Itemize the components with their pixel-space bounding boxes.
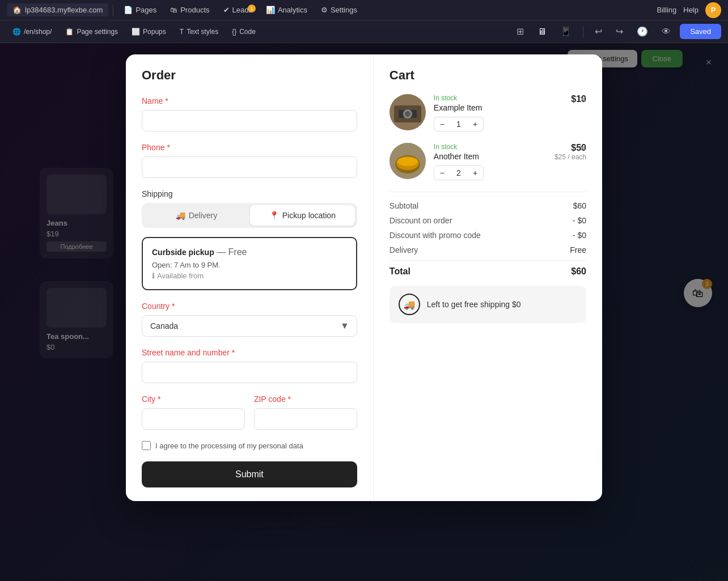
analytics-icon: 📊 <box>266 6 275 14</box>
delivery-tab[interactable]: 🚚 Delivery <box>144 205 249 226</box>
item2-qty-control: − 2 + <box>434 166 484 180</box>
free-shipping-banner: 🚚 Left to get free shipping $0 <box>390 286 586 323</box>
pickup-icon: 📍 <box>269 211 279 220</box>
nav-pages[interactable]: 📄 Pages <box>118 3 162 16</box>
city-input[interactable] <box>142 408 245 430</box>
street-input[interactable] <box>142 362 357 383</box>
item1-qty-value: 1 <box>450 117 467 131</box>
code-item[interactable]: {} Code <box>226 26 261 38</box>
undo-btn[interactable]: ↩ <box>590 24 607 39</box>
modal-overlay: × Order Name * Phone * <box>0 43 728 581</box>
delivery-value: Free <box>570 245 586 255</box>
consent-group: I agree to the processing of my personal… <box>142 441 357 450</box>
globe-icon: 🌐 <box>12 28 21 36</box>
total-value: $60 <box>571 266 586 277</box>
history-btn[interactable]: 🕐 <box>632 24 653 39</box>
item2-qty-increase[interactable]: + <box>467 166 483 180</box>
cart-panel: Cart In stock Example I <box>374 54 602 501</box>
discount-order-label: Discount on order <box>390 216 452 225</box>
pages-icon: 📄 <box>124 6 133 14</box>
leads-icon: ✔ <box>223 6 230 14</box>
billing-link[interactable]: Billing <box>657 6 677 14</box>
delivery-label: Delivery <box>390 245 418 255</box>
order-modal: × Order Name * Phone * <box>126 54 602 501</box>
nav-leads[interactable]: ✔ Leads 1 <box>218 3 258 16</box>
item1-qty-increase[interactable]: + <box>467 117 483 131</box>
nav-settings[interactable]: ⚙ Settings <box>315 3 363 16</box>
item2-image <box>390 143 426 179</box>
code-icon: {} <box>232 28 236 36</box>
second-nav-right: ⊞ 🖥 📱 ↩ ↪ 🕐 👁 Saved <box>512 24 721 39</box>
shipping-group: Shipping 🚚 Delivery 📍 Pickup location <box>142 189 357 290</box>
order-panel: Order Name * Phone * <box>126 54 374 501</box>
second-nav: 🌐 /en/shop/ 📋 Page settings ⬜ Popups T T… <box>0 20 728 43</box>
street-group: Street name and number * <box>142 348 357 383</box>
item2-stock: In stock <box>434 143 547 151</box>
text-styles-icon: T <box>180 28 184 36</box>
page-settings-item[interactable]: 📋 Page settings <box>60 26 124 38</box>
discount-promo-value: - $0 <box>573 231 586 240</box>
free-shipping-text: Left to get free shipping $0 <box>427 300 521 309</box>
consent-checkbox[interactable] <box>142 441 151 450</box>
pickup-available: ℹ Available from <box>152 272 347 280</box>
redo-btn[interactable]: ↪ <box>611 24 628 39</box>
cart-title: Cart <box>390 68 586 83</box>
name-group: Name * <box>142 96 357 132</box>
country-select[interactable]: Canada United States United Kingdom <box>142 315 357 337</box>
preview-btn[interactable]: 👁 <box>657 24 675 39</box>
summary-divider <box>390 260 586 261</box>
item2-remove-button[interactable]: ✕ <box>579 143 586 154</box>
item1-qty-decrease[interactable]: − <box>434 117 450 131</box>
modal-body: Order Name * Phone * <box>126 54 602 501</box>
item2-price-each: $25 / each <box>555 153 586 161</box>
subtotal-label: Subtotal <box>390 201 418 210</box>
city-label: City * <box>142 395 245 404</box>
phone-group: Phone * <box>142 143 357 178</box>
ship-icon-circle: 🚚 <box>399 294 420 315</box>
street-label: Street name and number * <box>142 348 357 357</box>
country-label: Country * <box>142 302 357 311</box>
nav-products[interactable]: 🛍 Products <box>164 3 215 16</box>
shipping-truck-icon: 🚚 <box>404 299 415 310</box>
site-url[interactable]: 🏠 lp384683.myflexbe.com <box>7 3 108 16</box>
help-link[interactable]: Help <box>683 6 699 14</box>
consent-label: I agree to the processing of my personal… <box>155 442 303 450</box>
mobile-view-btn[interactable]: 📱 <box>556 24 576 39</box>
user-avatar[interactable]: P <box>705 2 721 18</box>
cart-item-2: In stock Another Item − 2 + $50 $25 / ea… <box>390 143 586 180</box>
country-select-wrapper: Canada United States United Kingdom ▼ <box>142 315 357 337</box>
pickup-tab[interactable]: 📍 Pickup location <box>250 205 355 226</box>
svg-point-4 <box>405 111 410 117</box>
url-breadcrumb[interactable]: 🌐 /en/shop/ <box>7 26 57 38</box>
zip-label: ZIP code * <box>254 395 357 404</box>
nav-analytics[interactable]: 📊 Analytics <box>260 3 313 16</box>
products-icon: 🛍 <box>170 6 177 14</box>
popups-item[interactable]: ⬜ Popups <box>126 26 172 38</box>
phone-input[interactable] <box>142 156 357 178</box>
item2-qty-decrease[interactable]: − <box>434 166 450 180</box>
discount-order-row: Discount on order - $0 <box>390 216 586 225</box>
top-nav-right: Billing Help P <box>657 2 721 18</box>
order-title: Order <box>142 68 357 83</box>
name-input[interactable] <box>142 110 357 132</box>
city-group: City * <box>142 395 245 430</box>
zip-input[interactable] <box>254 408 357 430</box>
adjust-icon[interactable]: ⊞ <box>512 24 528 39</box>
phone-label: Phone * <box>142 143 357 152</box>
text-styles-item[interactable]: T Text styles <box>174 26 224 38</box>
desktop-view-btn[interactable]: 🖥 <box>533 24 551 39</box>
delivery-row: Delivery Free <box>390 245 586 255</box>
delivery-icon: 🚚 <box>176 211 185 220</box>
nav-separator <box>113 5 113 16</box>
cart-item-1: In stock Example Item − 1 + $10 ✕ <box>390 94 586 132</box>
item1-name: Example Item <box>434 103 563 112</box>
item1-remove-button[interactable]: ✕ <box>579 94 586 105</box>
total-label: Total <box>390 266 410 277</box>
item1-stock: In stock <box>434 94 563 102</box>
page-settings-icon: 📋 <box>65 28 74 36</box>
discount-order-value: - $0 <box>573 216 586 225</box>
saved-button[interactable]: Saved <box>680 24 721 39</box>
item1-info: In stock Example Item − 1 + <box>434 94 563 132</box>
submit-button[interactable]: Submit <box>142 461 357 487</box>
subtotal-value: $60 <box>573 201 586 210</box>
